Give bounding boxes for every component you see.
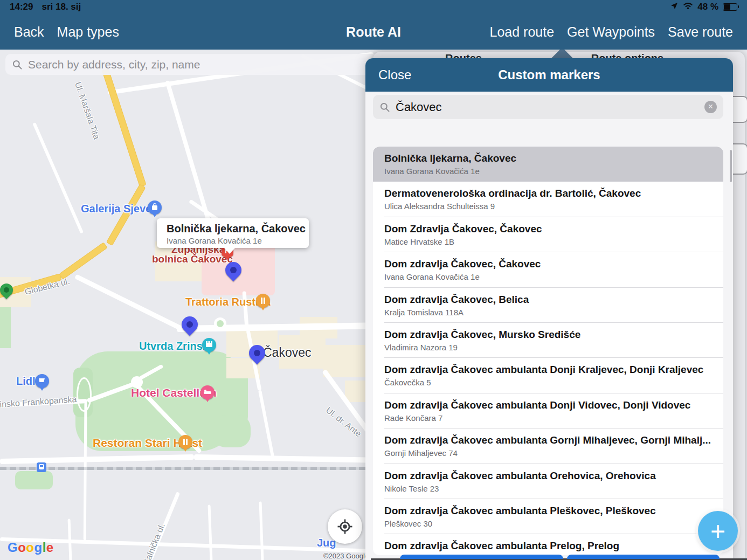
list-item-title: Dom zdravlja Čakovec ambulanta Donji Vid… [384,398,716,412]
list-item-subtitle: Gornji Mihaljevec 74 [384,448,716,458]
street-label: Ul. Maršala Tita [73,81,114,176]
list-item-title: Dom zdravlja Čakovec, Mursko Središće [384,328,716,341]
list-item-title: Dom zdravlja Čakovec ambulanta Orehovica… [384,469,716,482]
city-label-cakovec: Čakovec [263,345,311,360]
transit-station-icon[interactable] [37,462,46,472]
add-marker-fab[interactable]: + [698,511,738,551]
list-item-subtitle: Vladimira Nazora 19 [384,342,716,352]
park-polygon [213,415,251,447]
info-window-title: Bolnička ljekarna, Čakovec [167,223,309,235]
custom-markers-modal: Close Custom markers × Bolnička ljekarna… [365,58,733,560]
map-info-window[interactable]: Bolnička ljekarna, Čakovec Ivana Gorana … [157,218,309,248]
road-segment [0,454,194,464]
list-item[interactable]: Dom zdravlja Čakovec ambulanta Donji Kra… [373,358,723,393]
castle-pin-icon[interactable] [202,338,216,352]
list-item-title: Dermatovenerološka ordinacija dr. Bartol… [384,186,716,200]
list-item[interactable]: Dom zdravlja Čakovec ambulanta Gornji Mi… [373,428,723,464]
map-types-button[interactable]: Map types [57,24,119,40]
street-label: Ul. dr. Ante [324,405,363,439]
list-item-subtitle: Nikole Tesle 23 [384,483,716,494]
list-item[interactable]: Dom zdravlja Čakovec, Belica Kralja Tomi… [373,288,723,323]
save-route-button[interactable]: Save route [668,24,733,40]
scrollbar[interactable] [730,150,732,182]
restaurant-pin-icon[interactable] [178,435,192,449]
road-segment [259,501,264,560]
map-attribution: ©2023 Google [323,552,369,560]
road-segment [258,390,274,457]
street-label: Kalnička ul. [141,510,171,560]
list-item-title: Dom zdravlja Čakovec ambulanta Gornji Mi… [384,433,716,447]
list-item-subtitle: Pleškovec 30 [384,518,716,529]
list-item[interactable]: Dom Zdravlja Čakovec, Čakovec Matice Hrv… [373,217,723,252]
list-item-subtitle: Ivana Gorana Kovačića 1e [384,272,716,282]
list-item-subtitle: Rade Končara 7 [384,413,716,423]
locate-me-button[interactable] [328,509,362,544]
get-waypoints-button[interactable]: Get Waypoints [567,24,655,40]
list-item[interactable]: Dom zdravlja Čakovec ambulanta Donji Vid… [373,393,723,428]
status-date: sri 18. sij [42,2,81,12]
park-polygon [15,471,53,489]
poi-label-utvrda[interactable]: Utvrda Zrinski [139,340,211,352]
road-segment [208,504,213,560]
restaurant-pin-icon[interactable] [256,294,270,308]
shopping-bag-pin-icon[interactable] [148,201,162,215]
plus-icon: + [710,516,725,546]
modal-search-input[interactable] [395,100,688,115]
list-item-title: Dom zdravlja Čakovec, Čakovec [384,257,716,271]
back-button[interactable]: Back [14,24,44,40]
main-road [59,242,108,280]
shopping-cart-pin-icon[interactable] [35,374,49,388]
list-item[interactable]: Dom zdravlja Čakovec ambulanta Pleškovec… [373,499,723,534]
list-item-title: Dom zdravlja Čakovec, Belica [384,293,716,306]
status-time: 14:29 [10,2,33,12]
location-arrow-icon [670,2,679,13]
bottom-button-right[interactable] [567,555,720,559]
battery-icon [723,3,737,11]
list-item[interactable]: Dom zdravlja Čakovec, Čakovec Ivana Gora… [373,252,723,287]
list-item[interactable]: Dom zdravlja Čakovec ambulanta Prelog, P… [373,534,723,555]
search-icon [379,102,390,113]
wifi-icon [683,2,693,12]
status-bar: 14:29 sri 18. sij 48 % [0,0,747,14]
list-item-title: Dom zdravlja Čakovec ambulanta Pleškovec… [384,504,716,517]
info-window-subtitle: Ivana Gorana Kovačića 1e [167,236,309,245]
road-segment [74,274,184,331]
custom-marker-pin[interactable] [178,313,201,336]
nav-bar: Back Map types Route AI Load route Get W… [0,14,747,50]
battery-percent: 48 % [697,2,718,12]
modal-search-field[interactable]: × [373,95,723,119]
list-item-subtitle: Ulica Aleksandra Schulteissa 9 [384,201,716,211]
poi-label-bolnica[interactable]: bolnica Čakovec [152,253,233,265]
clear-search-icon[interactable]: × [704,101,717,113]
road-segment [84,402,87,540]
list-item-subtitle: Kralja Tomislava 118A [384,307,716,317]
road-segment [32,122,84,234]
list-item[interactable]: Dermatovenerološka ordinacija dr. Bartol… [373,182,723,217]
poi-label-lidl[interactable]: Lidl [16,375,36,388]
screen: 14:29 sri 18. sij 48 % Back Map types Ro… [0,0,747,560]
google-logo: Google [8,540,54,555]
list-item-title: Bolnička ljekarna, Čakovec [384,151,716,165]
modal-title: Custom markers [365,67,733,82]
road-segment [194,454,377,463]
list-item[interactable]: Bolnička ljekarna, Čakovec Ivana Gorana … [373,147,723,182]
list-item-title: Dom zdravlja Čakovec ambulanta Prelog, P… [384,539,716,552]
building-block [323,345,371,377]
railway-line [0,467,377,470]
poi-label-galerija[interactable]: Galerija Sjever [81,203,156,215]
roundabout-green [217,320,224,327]
list-item[interactable]: Dom zdravlja Čakovec, Mursko Središće Vl… [373,323,723,358]
map-search-input[interactable] [27,58,352,72]
bottom-button-left[interactable] [400,555,563,559]
hotel-bed-pin-icon[interactable] [200,385,215,399]
search-icon [12,59,23,70]
list-item-title: Dom Zdravlja Čakovec, Čakovec [384,222,716,236]
modal-header: Close Custom markers [365,58,733,92]
list-item[interactable]: Dom zdravlja Čakovec ambulanta Orehovica… [373,464,723,499]
load-route-button[interactable]: Load route [490,24,555,40]
close-button[interactable]: Close [378,67,411,82]
street-label: rinsko Frankopanska [0,395,77,410]
list-item-title: Dom zdravlja Čakovec ambulanta Donji Kra… [384,363,716,376]
crosshair-icon [337,518,353,535]
list-item-subtitle: Ivana Gorana Kovačića 1e [384,166,716,176]
